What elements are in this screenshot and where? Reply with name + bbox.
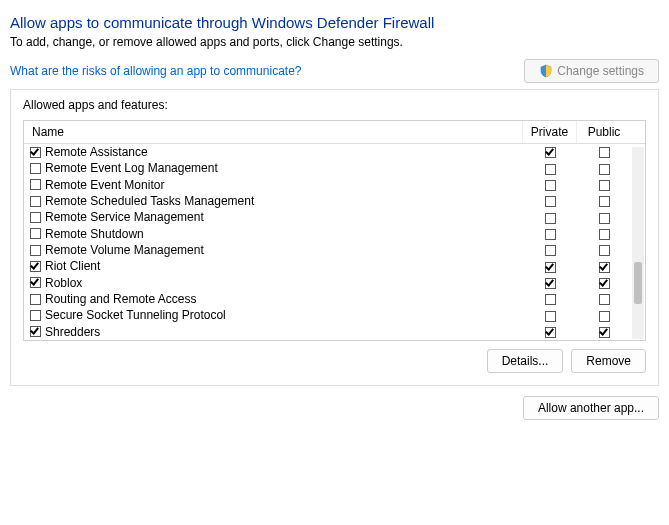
- private-checkbox[interactable]: [545, 262, 556, 273]
- allow-another-app-button[interactable]: Allow another app...: [523, 396, 659, 420]
- app-name-label: Roblox: [45, 277, 82, 289]
- enable-checkbox[interactable]: [30, 196, 41, 207]
- app-name-label: Remote Service Management: [45, 211, 204, 223]
- details-button[interactable]: Details...: [487, 349, 564, 373]
- allowed-apps-panel: Allowed apps and features: Name Private …: [10, 89, 659, 386]
- private-checkbox[interactable]: [545, 294, 556, 305]
- enable-checkbox[interactable]: [30, 310, 41, 321]
- table-row[interactable]: Routing and Remote Access: [24, 291, 645, 307]
- enable-checkbox[interactable]: [30, 163, 41, 174]
- app-name-label: Riot Client: [45, 260, 100, 272]
- risks-link[interactable]: What are the risks of allowing an app to…: [10, 64, 301, 78]
- app-name-label: Secure Socket Tunneling Protocol: [45, 309, 226, 321]
- public-checkbox[interactable]: [599, 164, 610, 175]
- private-checkbox[interactable]: [545, 229, 556, 240]
- panel-title: Allowed apps and features:: [23, 98, 646, 112]
- public-checkbox[interactable]: [599, 196, 610, 207]
- apps-list: Name Private Public Remote AssistanceRem…: [23, 120, 646, 341]
- private-checkbox[interactable]: [545, 164, 556, 175]
- public-checkbox[interactable]: [599, 278, 610, 289]
- enable-checkbox[interactable]: [30, 277, 41, 288]
- table-row[interactable]: Remote Scheduled Tasks Management: [24, 193, 645, 209]
- column-header-public[interactable]: Public: [577, 121, 631, 143]
- public-checkbox[interactable]: [599, 311, 610, 322]
- app-name-label: Routing and Remote Access: [45, 293, 196, 305]
- page-subtitle: To add, change, or remove allowed apps a…: [10, 35, 659, 49]
- app-name-label: Remote Volume Management: [45, 244, 204, 256]
- table-row[interactable]: Remote Event Log Management: [24, 160, 645, 176]
- shield-icon: [539, 64, 553, 78]
- scrollbar[interactable]: [632, 147, 644, 339]
- list-header: Name Private Public: [24, 121, 645, 144]
- table-row[interactable]: Roblox: [24, 275, 645, 291]
- private-checkbox[interactable]: [545, 213, 556, 224]
- enable-checkbox[interactable]: [30, 326, 41, 337]
- public-checkbox[interactable]: [599, 327, 610, 338]
- enable-checkbox[interactable]: [30, 261, 41, 272]
- private-checkbox[interactable]: [545, 327, 556, 338]
- private-checkbox[interactable]: [545, 278, 556, 289]
- app-name-label: Remote Event Log Management: [45, 162, 218, 174]
- public-checkbox[interactable]: [599, 294, 610, 305]
- table-row[interactable]: Shredders: [24, 324, 645, 340]
- private-checkbox[interactable]: [545, 180, 556, 191]
- table-row[interactable]: Remote Service Management: [24, 209, 645, 225]
- private-checkbox[interactable]: [545, 245, 556, 256]
- public-checkbox[interactable]: [599, 245, 610, 256]
- column-header-private[interactable]: Private: [523, 121, 577, 143]
- enable-checkbox[interactable]: [30, 294, 41, 305]
- enable-checkbox[interactable]: [30, 228, 41, 239]
- public-checkbox[interactable]: [599, 213, 610, 224]
- column-header-name[interactable]: Name: [24, 121, 523, 143]
- enable-checkbox[interactable]: [30, 245, 41, 256]
- public-checkbox[interactable]: [599, 180, 610, 191]
- app-name-label: Remote Shutdown: [45, 228, 144, 240]
- public-checkbox[interactable]: [599, 147, 610, 158]
- table-row[interactable]: Remote Assistance: [24, 144, 645, 160]
- app-name-label: Shredders: [45, 326, 100, 338]
- app-name-label: Remote Scheduled Tasks Management: [45, 195, 254, 207]
- enable-checkbox[interactable]: [30, 147, 41, 158]
- page-title: Allow apps to communicate through Window…: [10, 14, 659, 31]
- table-row[interactable]: Secure Socket Tunneling Protocol: [24, 307, 645, 323]
- table-row[interactable]: Remote Shutdown: [24, 226, 645, 242]
- table-row[interactable]: Remote Volume Management: [24, 242, 645, 258]
- change-settings-button[interactable]: Change settings: [524, 59, 659, 83]
- remove-button[interactable]: Remove: [571, 349, 646, 373]
- private-checkbox[interactable]: [545, 147, 556, 158]
- app-name-label: Remote Assistance: [45, 146, 148, 158]
- app-name-label: Remote Event Monitor: [45, 179, 164, 191]
- public-checkbox[interactable]: [599, 262, 610, 273]
- change-settings-label: Change settings: [557, 64, 644, 78]
- table-row[interactable]: Remote Event Monitor: [24, 177, 645, 193]
- private-checkbox[interactable]: [545, 311, 556, 322]
- scroll-thumb[interactable]: [634, 262, 642, 304]
- enable-checkbox[interactable]: [30, 179, 41, 190]
- private-checkbox[interactable]: [545, 196, 556, 207]
- public-checkbox[interactable]: [599, 229, 610, 240]
- table-row[interactable]: Riot Client: [24, 258, 645, 274]
- enable-checkbox[interactable]: [30, 212, 41, 223]
